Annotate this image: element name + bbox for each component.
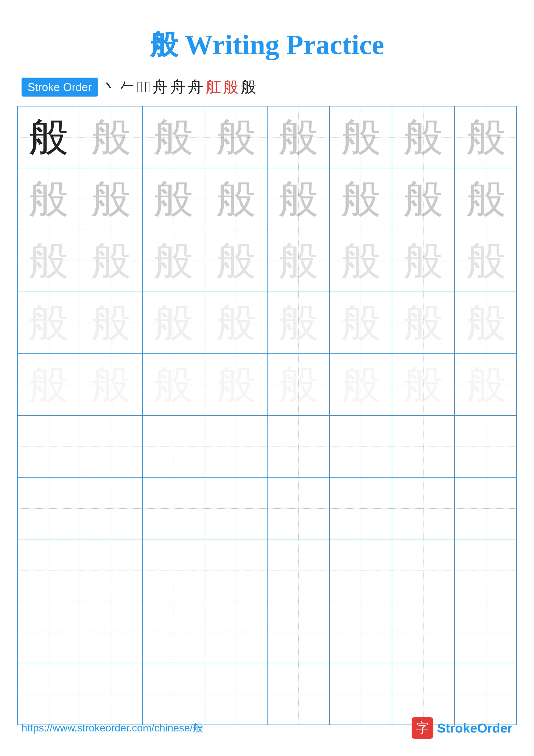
- grid-cell-1-4[interactable]: 般: [205, 106, 267, 168]
- grid-cell-5-6[interactable]: 般: [330, 354, 392, 415]
- grid-cell-9-7[interactable]: [392, 601, 455, 663]
- grid-cell-10-2[interactable]: [80, 663, 142, 724]
- grid-cell-1-7[interactable]: 般: [392, 106, 455, 168]
- char-guide: 般: [466, 303, 506, 343]
- grid-cell-7-8[interactable]: [455, 477, 517, 539]
- char-guide: 般: [29, 364, 68, 405]
- grid-cell-3-7[interactable]: 般: [392, 230, 455, 292]
- grid-cell-1-3[interactable]: 般: [142, 106, 205, 168]
- char-guide: 般: [154, 117, 193, 157]
- stroke-2: 𠂉: [119, 78, 135, 96]
- grid-cell-3-5[interactable]: 般: [267, 230, 330, 292]
- grid-cell-1-6[interactable]: 般: [330, 106, 392, 168]
- grid-cell-5-3[interactable]: 般: [142, 354, 205, 415]
- grid-cell-3-1[interactable]: 般: [18, 230, 80, 292]
- grid-cell-7-5[interactable]: [267, 477, 330, 539]
- grid-cell-6-6[interactable]: [330, 416, 392, 477]
- char-guide: 般: [341, 364, 381, 405]
- char-guide: 般: [216, 117, 256, 157]
- grid-cell-8-7[interactable]: [392, 539, 455, 601]
- grid-cell-2-2[interactable]: 般: [80, 168, 142, 230]
- grid-cell-5-7[interactable]: 般: [392, 354, 455, 415]
- char-guide: 般: [341, 117, 381, 157]
- grid-cell-5-1[interactable]: 般: [18, 354, 80, 415]
- footer-url[interactable]: https://www.strokeorder.com/chinese/般: [21, 721, 203, 735]
- stroke-8: 舡: [206, 77, 221, 97]
- grid-cell-10-3[interactable]: [142, 663, 205, 724]
- grid-cell-10-7[interactable]: [392, 663, 455, 724]
- grid-cell-6-8[interactable]: [455, 416, 517, 477]
- char-guide: 般: [29, 241, 68, 281]
- grid-cell-9-1[interactable]: [18, 601, 80, 663]
- grid-cell-3-3[interactable]: 般: [142, 230, 205, 292]
- char-guide: 般: [216, 241, 256, 281]
- stroke-10: 般: [241, 77, 256, 97]
- grid-cell-4-8[interactable]: 般: [455, 292, 517, 353]
- grid-cell-8-2[interactable]: [80, 539, 142, 601]
- grid-cell-2-5[interactable]: 般: [267, 168, 330, 230]
- grid-cell-4-5[interactable]: 般: [267, 292, 330, 353]
- grid-cell-5-8[interactable]: 般: [455, 354, 517, 415]
- grid-cell-5-4[interactable]: 般: [205, 354, 267, 415]
- grid-cell-3-6[interactable]: 般: [330, 230, 392, 292]
- grid-cell-2-6[interactable]: 般: [330, 168, 392, 230]
- grid-cell-4-1[interactable]: 般: [18, 292, 80, 353]
- grid-cell-10-8[interactable]: [455, 663, 517, 724]
- grid-cell-5-5[interactable]: 般: [267, 354, 330, 415]
- grid-cell-2-3[interactable]: 般: [142, 168, 205, 230]
- grid-cell-7-2[interactable]: [80, 477, 142, 539]
- grid-cell-6-5[interactable]: [267, 416, 330, 477]
- grid-cell-9-2[interactable]: [80, 601, 142, 663]
- grid-cell-4-7[interactable]: 般: [392, 292, 455, 353]
- char-guide: 般: [341, 179, 381, 219]
- grid-cell-4-2[interactable]: 般: [80, 292, 142, 353]
- grid-cell-9-3[interactable]: [142, 601, 205, 663]
- grid-cell-8-5[interactable]: [267, 539, 330, 601]
- grid-cell-7-7[interactable]: [392, 477, 455, 539]
- grid-cell-4-6[interactable]: 般: [330, 292, 392, 353]
- grid-cell-8-4[interactable]: [205, 539, 267, 601]
- char-guide: 般: [466, 241, 506, 281]
- grid-cell-9-5[interactable]: [267, 601, 330, 663]
- grid-cell-1-2[interactable]: 般: [80, 106, 142, 168]
- grid-cell-4-4[interactable]: 般: [205, 292, 267, 353]
- grid-cell-8-3[interactable]: [142, 539, 205, 601]
- grid-cell-6-1[interactable]: [18, 416, 80, 477]
- grid-cell-2-4[interactable]: 般: [205, 168, 267, 230]
- grid-cell-3-4[interactable]: 般: [205, 230, 267, 292]
- grid-cell-2-1[interactable]: 般: [18, 168, 80, 230]
- grid-cell-9-6[interactable]: [330, 601, 392, 663]
- grid-cell-9-8[interactable]: [455, 601, 517, 663]
- grid-cell-6-4[interactable]: [205, 416, 267, 477]
- grid-cell-6-3[interactable]: [142, 416, 205, 477]
- grid-cell-7-1[interactable]: [18, 477, 80, 539]
- grid-cell-4-3[interactable]: 般: [142, 292, 205, 353]
- grid-cell-2-8[interactable]: 般: [455, 168, 517, 230]
- grid-cell-7-4[interactable]: [205, 477, 267, 539]
- grid-row-8: [18, 539, 516, 601]
- grid-cell-6-7[interactable]: [392, 416, 455, 477]
- grid-cell-10-1[interactable]: [18, 663, 80, 724]
- page-title: 般 Writing Practice: [0, 0, 534, 77]
- grid-cell-5-2[interactable]: 般: [80, 354, 142, 415]
- stroke-order-badge: Stroke Order: [21, 78, 98, 96]
- char-guide: 般: [91, 241, 131, 281]
- grid-cell-8-1[interactable]: [18, 539, 80, 601]
- char-guide: 般: [466, 117, 506, 157]
- grid-cell-3-2[interactable]: 般: [80, 230, 142, 292]
- grid-cell-10-5[interactable]: [267, 663, 330, 724]
- grid-cell-10-4[interactable]: [205, 663, 267, 724]
- grid-cell-3-8[interactable]: 般: [455, 230, 517, 292]
- grid-cell-1-5[interactable]: 般: [267, 106, 330, 168]
- grid-cell-9-4[interactable]: [205, 601, 267, 663]
- grid-cell-1-1[interactable]: 般: [18, 106, 80, 168]
- stroke-3: 𠃋: [137, 78, 142, 96]
- grid-cell-2-7[interactable]: 般: [392, 168, 455, 230]
- grid-cell-8-6[interactable]: [330, 539, 392, 601]
- grid-cell-8-8[interactable]: [455, 539, 517, 601]
- grid-cell-7-6[interactable]: [330, 477, 392, 539]
- grid-cell-6-2[interactable]: [80, 416, 142, 477]
- grid-cell-1-8[interactable]: 般: [455, 106, 517, 168]
- grid-cell-7-3[interactable]: [142, 477, 205, 539]
- grid-cell-10-6[interactable]: [330, 663, 392, 724]
